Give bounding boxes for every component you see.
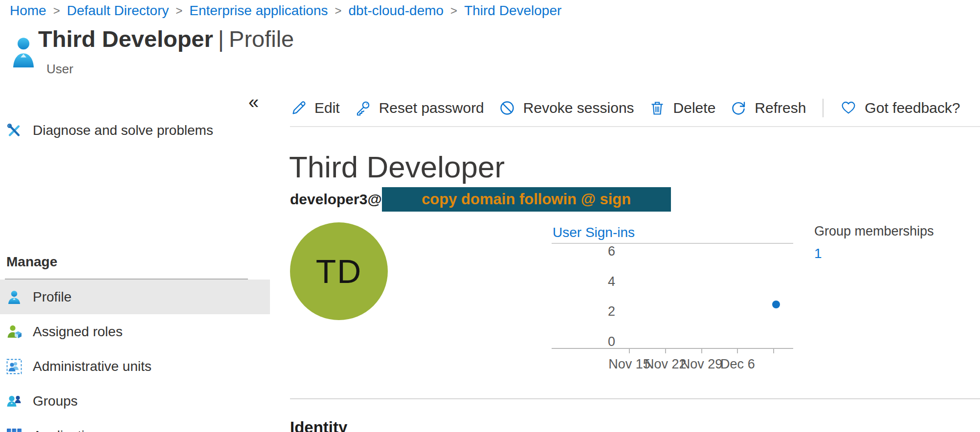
chart-y-tick-label: 0 bbox=[586, 334, 615, 349]
breadcrumb-separator: > bbox=[450, 4, 457, 18]
sidebar-top-items: Diagnose and solve problems bbox=[0, 113, 270, 148]
breadcrumb-link[interactable]: Enterprise applications bbox=[189, 3, 328, 19]
page-title-separator: | bbox=[218, 26, 224, 52]
user-display-name: Third Developer bbox=[289, 150, 505, 184]
breadcrumb-link[interactable]: Home bbox=[10, 3, 46, 19]
sidebar-item-assigned-roles[interactable]: Assigned roles bbox=[0, 314, 270, 349]
sidebar-manage-list: ProfileAssigned rolesAdministrative unit… bbox=[0, 280, 270, 432]
breadcrumb-link[interactable]: Third Developer bbox=[464, 3, 561, 19]
assigned-roles-icon bbox=[6, 324, 22, 340]
sidebar-section-header: Manage bbox=[6, 254, 57, 270]
chart-y-tick-label: 6 bbox=[586, 244, 615, 259]
chart-y-tick-label: 4 bbox=[586, 274, 615, 289]
sidebar-item-profile[interactable]: Profile bbox=[0, 280, 270, 314]
azure-user-profile-page: Home>Default Directory>Enterprise applic… bbox=[0, 0, 980, 432]
identity-section-heading: Identity bbox=[290, 418, 347, 432]
refresh-icon bbox=[730, 100, 747, 116]
block-icon bbox=[499, 100, 515, 116]
redacted-domain-overlay: copy domain followin @ sign bbox=[382, 187, 671, 212]
got-feedback-button[interactable]: Got feedback? bbox=[840, 100, 960, 116]
object-type-label: User bbox=[46, 62, 73, 77]
sidebar-item-label: Applications bbox=[33, 428, 107, 432]
breadcrumb-separator: > bbox=[176, 4, 182, 18]
toolbar-button-label: Reset password bbox=[379, 100, 484, 116]
toolbar-button-label: Refresh bbox=[755, 100, 806, 116]
page-title-name: Third Developer bbox=[38, 26, 213, 52]
sidebar-item-label: Groups bbox=[33, 393, 78, 409]
avatar: TD bbox=[290, 222, 388, 320]
sign-ins-chart-title-link[interactable]: User Sign-ins bbox=[553, 225, 635, 240]
breadcrumb-separator: > bbox=[53, 4, 60, 18]
breadcrumb-link[interactable]: dbt-cloud-demo bbox=[349, 3, 444, 19]
sidebar-item-label: Assigned roles bbox=[33, 324, 123, 340]
toolbar-button-label: Revoke sessions bbox=[523, 100, 634, 116]
administrative-units-icon bbox=[6, 359, 22, 374]
chart-y-tick-label: 2 bbox=[586, 304, 615, 319]
sidebar-item-label: Profile bbox=[33, 289, 71, 305]
identity-section-divider bbox=[290, 398, 980, 399]
key-icon bbox=[355, 100, 371, 116]
user-principal-name-row: developer3@ copy domain followin @ sign bbox=[290, 187, 671, 212]
reset-password-button[interactable]: Reset password bbox=[355, 100, 484, 116]
avatar-initials: TD bbox=[316, 252, 362, 290]
breadcrumb: Home>Default Directory>Enterprise applic… bbox=[10, 3, 561, 19]
group-memberships-count-link[interactable]: 1 bbox=[814, 246, 934, 261]
toolbar-button-label: Edit bbox=[314, 100, 340, 116]
heart-icon bbox=[840, 100, 857, 116]
chart-x-tick bbox=[737, 349, 738, 353]
refresh-button[interactable]: Refresh bbox=[730, 100, 806, 116]
command-bar: EditReset passwordRevoke sessionsDeleteR… bbox=[290, 96, 960, 120]
edit-button[interactable]: Edit bbox=[290, 100, 340, 116]
toolbar-button-label: Delete bbox=[673, 100, 716, 116]
sign-ins-chart: User Sign-ins 6420Nov 15Nov 22Nov 29Dec … bbox=[552, 225, 794, 381]
groups-icon bbox=[6, 393, 22, 409]
pencil-icon bbox=[290, 100, 307, 116]
delete-button[interactable]: Delete bbox=[649, 100, 716, 116]
page-title-section: Profile bbox=[229, 26, 294, 52]
breadcrumb-separator: > bbox=[335, 4, 342, 18]
toolbar-separator bbox=[823, 99, 824, 117]
chart-x-tick bbox=[773, 349, 774, 353]
applications-icon bbox=[6, 428, 22, 432]
collapse-menu-button[interactable]: « bbox=[248, 93, 259, 111]
revoke-sessions-button[interactable]: Revoke sessions bbox=[499, 100, 634, 116]
command-bar-divider bbox=[290, 126, 980, 127]
diagnose-icon bbox=[6, 123, 22, 138]
chart-data-point bbox=[772, 301, 780, 308]
chart-x-tick bbox=[701, 349, 702, 353]
group-memberships: Group memberships 1 bbox=[814, 224, 934, 261]
sidebar-item-groups[interactable]: Groups bbox=[0, 384, 270, 418]
sidebar: « Diagnose and solve problems Manage Pro… bbox=[0, 88, 274, 432]
toolbar-button-label: Got feedback? bbox=[865, 100, 960, 116]
trash-icon bbox=[649, 100, 666, 116]
user-icon bbox=[12, 36, 35, 70]
page-title: Third Developer|Profile bbox=[38, 25, 294, 52]
chart-x-tick-label: Dec 6 bbox=[713, 357, 762, 372]
breadcrumb-link[interactable]: Default Directory bbox=[67, 3, 169, 19]
profile-icon bbox=[6, 289, 22, 305]
sidebar-item-label: Administrative units bbox=[33, 359, 152, 374]
sidebar-item-applications[interactable]: Applications bbox=[0, 418, 270, 432]
sidebar-item-administrative-units[interactable]: Administrative units bbox=[0, 349, 270, 384]
group-memberships-label: Group memberships bbox=[814, 224, 934, 239]
sidebar-item-label: Diagnose and solve problems bbox=[33, 123, 213, 138]
upn-prefix: developer3@ bbox=[290, 191, 382, 208]
chart-x-tick bbox=[629, 349, 630, 353]
chart-x-tick bbox=[665, 349, 666, 353]
sidebar-item-diagnose-and-solve-problems[interactable]: Diagnose and solve problems bbox=[0, 113, 270, 148]
